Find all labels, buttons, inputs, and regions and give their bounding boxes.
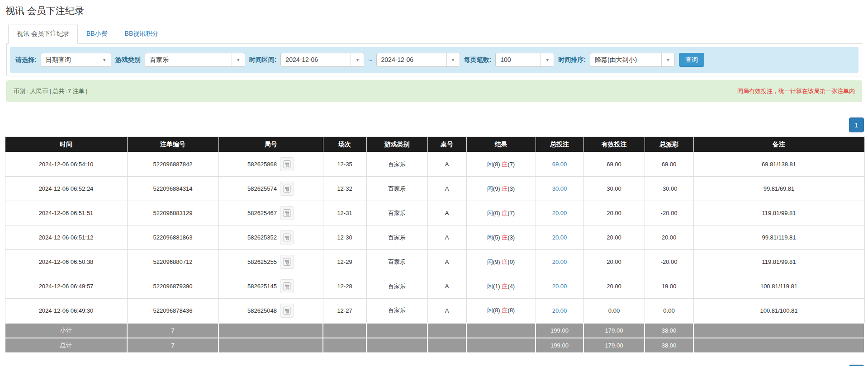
chevron-down-icon[interactable]: ▼ — [98, 53, 111, 66]
video-camera-icon[interactable] — [280, 255, 294, 269]
cell-time: 2024-12-06 06:54:10 — [5, 152, 127, 177]
date-to-value: 2024-12-06 — [377, 53, 446, 66]
cell-result: 闲(8) 庄(8) — [466, 299, 536, 323]
cell-bet-id: 522096883129 — [127, 201, 218, 225]
cell-game-type: 百家乐 — [366, 225, 427, 250]
cell-table-no: A — [427, 299, 466, 323]
search-button[interactable]: 查询 — [679, 53, 704, 67]
total-payout: 38.00 — [645, 338, 693, 353]
cell-round-id: 582625868 — [218, 152, 323, 177]
cell-payout: 0.00 — [645, 299, 693, 323]
tab-bb-video-points[interactable]: BB视讯积分 — [116, 24, 167, 44]
total-bet-link[interactable]: 20.00 — [552, 307, 567, 314]
query-type-value: 日期查询 — [41, 53, 98, 66]
result-banker-score: (4) — [508, 283, 515, 290]
date-range-tilde: ~ — [368, 56, 372, 64]
result-player: 闲 — [487, 258, 493, 265]
result-player-score: (9) — [493, 258, 500, 265]
result-banker-score: (7) — [508, 161, 515, 168]
total-label: 总计 — [5, 338, 127, 353]
tab-bb-tips[interactable]: BB小费 — [78, 24, 116, 44]
page-1-button[interactable]: 1 — [849, 117, 864, 132]
cell-round-id: 582625145 — [218, 274, 323, 299]
total-bet-link[interactable]: 20.00 — [552, 210, 567, 216]
video-camera-icon[interactable] — [280, 279, 294, 293]
cell-session: 12-35 — [323, 152, 366, 177]
subtotal-count: 7 — [127, 323, 218, 338]
video-camera-icon[interactable] — [280, 230, 294, 244]
total-bet-link[interactable]: 30.00 — [552, 185, 567, 192]
cell-table-no: A — [427, 177, 466, 201]
result-banker: 庄 — [502, 307, 508, 314]
table-row: 2024-12-06 06:49:30522096878436582625048… — [5, 299, 864, 323]
cell-game-type: 百家乐 — [366, 177, 427, 201]
per-page-value: 100 — [496, 53, 541, 66]
per-page-select[interactable]: 100 ▼ — [495, 53, 554, 67]
date-to-select[interactable]: 2024-12-06 ▼ — [376, 53, 460, 67]
cell-result: 闲(1) 庄(4) — [466, 274, 536, 299]
cell-session: 12-30 — [323, 225, 366, 250]
round-id-value: 582625868 — [247, 161, 277, 168]
chevron-down-icon[interactable]: ▼ — [541, 53, 554, 66]
result-banker-score: (8) — [508, 307, 515, 314]
result-player: 闲 — [487, 307, 493, 314]
video-camera-icon[interactable] — [280, 304, 294, 318]
cell-time: 2024-12-06 06:50:38 — [5, 250, 127, 274]
video-camera-icon[interactable] — [280, 182, 294, 196]
cell-game-type: 百家乐 — [366, 299, 427, 323]
header-time: 时间 — [5, 137, 127, 152]
header-valid-bet: 有效投注 — [583, 137, 645, 152]
time-sort-select[interactable]: 降冪(由大到小) ▼ — [590, 53, 675, 67]
cell-note: 69.81/138.81 — [693, 152, 864, 177]
cell-payout: 69.00 — [645, 152, 693, 177]
total-valid-bet: 179.00 — [583, 338, 645, 353]
chevron-down-icon[interactable]: ▼ — [446, 53, 460, 66]
result-player-score: (8) — [493, 307, 500, 314]
game-type-select[interactable]: 百家乐 ▼ — [145, 53, 245, 67]
table-header-row: 时间 注单编号 局号 场次 游戏类别 桌号 结果 总投注 有效投注 总派彩 备注 — [5, 137, 864, 152]
page-title: 视讯 会员下注纪录 — [5, 5, 864, 17]
subtotal-valid-bet: 179.00 — [583, 323, 645, 338]
result-banker-score: (3) — [508, 234, 515, 241]
cell-table-no: A — [427, 225, 466, 250]
result-player: 闲 — [487, 283, 493, 290]
round-id-value: 582625352 — [247, 234, 277, 241]
tab-betting-records[interactable]: 视讯 会员下注纪录 — [8, 24, 78, 44]
time-sort-label: 时间排序: — [558, 56, 586, 64]
cell-valid-bet: 0.00 — [583, 299, 645, 323]
cell-valid-bet: 30.00 — [583, 177, 645, 201]
total-bet-link[interactable]: 20.00 — [552, 234, 567, 241]
result-player: 闲 — [487, 185, 493, 192]
total-bet-link[interactable]: 20.00 — [552, 283, 567, 290]
cell-bet-id: 522096879390 — [127, 274, 218, 299]
video-camera-icon[interactable] — [280, 157, 294, 171]
cell-total-bet: 20.00 — [536, 274, 583, 299]
result-banker-score: (3) — [508, 185, 515, 192]
cell-session: 12-29 — [323, 250, 366, 274]
cell-game-type: 百家乐 — [366, 250, 427, 274]
chevron-down-icon[interactable]: ▼ — [661, 53, 674, 66]
page-1-button[interactable]: 1 — [849, 365, 864, 366]
cell-bet-id: 522096884314 — [127, 177, 218, 201]
chevron-down-icon[interactable]: ▼ — [351, 53, 364, 66]
subtotal-label: 小计 — [5, 323, 127, 338]
total-bet-link[interactable]: 20.00 — [552, 258, 567, 265]
cell-payout: -20.00 — [645, 201, 693, 225]
total-bet-link[interactable]: 69.00 — [552, 161, 567, 168]
cell-result: 闲(5) 庄(3) — [466, 225, 536, 250]
total-total-bet: 199.00 — [536, 338, 583, 353]
video-camera-icon[interactable] — [280, 206, 294, 220]
result-banker: 庄 — [502, 283, 508, 290]
result-banker-score: (0) — [508, 258, 515, 265]
cell-table-no: A — [427, 201, 466, 225]
date-from-select[interactable]: 2024-12-06 ▼ — [280, 53, 364, 67]
cell-session: 12-31 — [323, 201, 366, 225]
round-id-value: 582625467 — [247, 210, 277, 216]
cell-total-bet: 20.00 — [536, 299, 583, 323]
query-type-select[interactable]: 日期查询 ▼ — [41, 53, 111, 67]
cell-total-bet: 69.00 — [536, 152, 583, 177]
subtotal-total-bet: 199.00 — [536, 323, 583, 338]
header-session: 场次 — [323, 137, 366, 152]
chevron-down-icon[interactable]: ▼ — [232, 53, 245, 66]
result-player: 闲 — [487, 210, 493, 216]
